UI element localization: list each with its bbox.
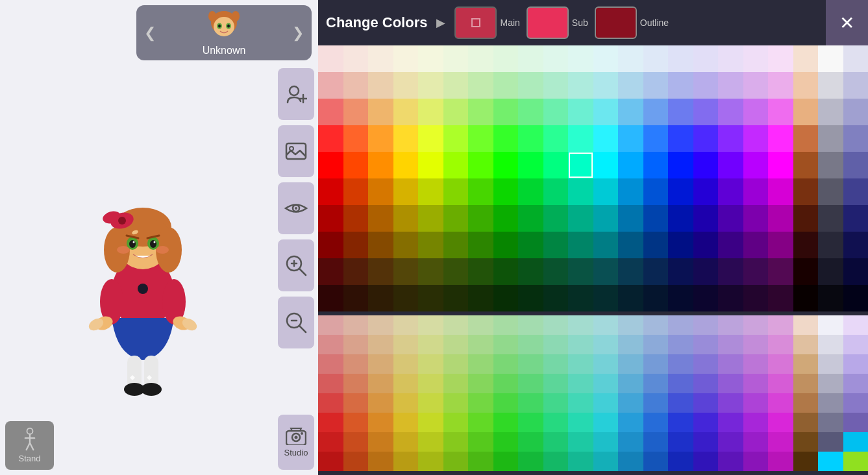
- svg-point-3: [214, 17, 234, 36]
- character-svg: [65, 143, 221, 402]
- svg-point-42: [295, 207, 297, 210]
- svg-point-7: [227, 24, 230, 27]
- svg-line-49: [299, 326, 306, 332]
- sub-color-swatch[interactable]: [527, 6, 569, 39]
- svg-point-19: [129, 240, 136, 248]
- svg-point-54: [27, 428, 32, 434]
- prev-character-button[interactable]: ❮: [144, 25, 156, 42]
- svg-point-22: [154, 241, 156, 243]
- main-color-swatch[interactable]: [454, 6, 497, 39]
- svg-point-6: [218, 24, 221, 27]
- color-panel: Change Colors ▶ Main Sub Outline ✕: [318, 0, 868, 475]
- svg-point-35: [141, 383, 162, 396]
- svg-point-36: [290, 86, 299, 95]
- eye-button[interactable]: [278, 182, 314, 234]
- zoom-in-button[interactable]: [278, 239, 314, 291]
- svg-point-23: [117, 246, 130, 254]
- side-toolbar: [274, 68, 318, 348]
- character-figure: [65, 143, 221, 402]
- change-colors-label: Change Colors: [326, 14, 427, 31]
- character-name: Unknown: [203, 45, 246, 56]
- left-panel: ❮ Unknown ❯: [0, 0, 318, 475]
- svg-point-1: [208, 11, 216, 21]
- next-character-button[interactable]: ❯: [292, 25, 304, 42]
- svg-point-16: [118, 217, 126, 225]
- svg-point-52: [295, 436, 298, 439]
- svg-point-40: [290, 147, 293, 151]
- svg-point-9: [138, 284, 148, 294]
- main-swatch-inner: [471, 18, 480, 27]
- color-header: Change Colors ▶ Main Sub Outline ✕: [318, 0, 868, 45]
- studio-label: Studio: [284, 448, 308, 457]
- sub-label: Sub: [572, 18, 588, 28]
- avatar: [207, 10, 241, 43]
- zoom-out-button[interactable]: [278, 297, 314, 348]
- outline-color-swatch[interactable]: [595, 6, 637, 39]
- svg-line-58: [30, 443, 33, 450]
- svg-line-46: [299, 269, 306, 275]
- image-button[interactable]: [278, 125, 314, 177]
- character-header: ❮ Unknown ❯: [136, 5, 312, 60]
- svg-point-20: [150, 240, 156, 248]
- svg-point-21: [133, 241, 135, 243]
- svg-point-53: [301, 432, 303, 435]
- stand-button[interactable]: Stand: [5, 421, 54, 470]
- svg-point-2: [232, 11, 240, 21]
- arrow-icon: ▶: [436, 16, 445, 30]
- main-label: Main: [500, 18, 519, 28]
- character-info: Unknown: [203, 10, 246, 56]
- outline-label: Outline: [640, 18, 669, 28]
- stand-label: Stand: [19, 454, 41, 463]
- svg-line-57: [26, 443, 29, 450]
- color-grid-canvas[interactable]: [318, 45, 868, 475]
- color-grid-area: [318, 45, 868, 475]
- studio-button[interactable]: Studio: [278, 415, 314, 470]
- close-button[interactable]: ✕: [826, 0, 868, 45]
- add-character-button[interactable]: [278, 68, 314, 120]
- svg-point-24: [156, 246, 169, 254]
